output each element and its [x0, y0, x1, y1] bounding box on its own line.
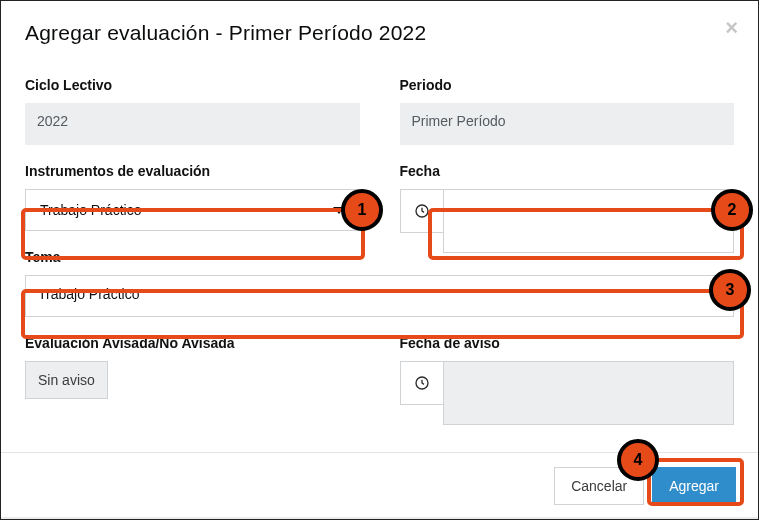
chevron-down-icon [333, 207, 345, 214]
add-button[interactable]: Agregar [652, 467, 736, 505]
instrumento-label: Instrumentos de evaluación [25, 163, 360, 179]
modal-title: Agregar evaluación - Primer Período 2022 [25, 21, 734, 45]
fecha-aviso-input-group [400, 361, 735, 403]
fecha-input[interactable] [443, 189, 735, 253]
avisada-toggle[interactable]: Sin aviso [25, 361, 108, 399]
fecha-input-group [400, 189, 735, 231]
add-evaluation-modal: Agregar evaluación - Primer Período 2022… [0, 0, 759, 520]
instrumento-value: Trabajo Práctico [40, 202, 141, 218]
instrumento-select[interactable]: Trabajo Práctico [25, 189, 360, 231]
cancel-button[interactable]: Cancelar [554, 467, 644, 505]
clock-icon [400, 361, 443, 405]
tema-input[interactable]: Trabajo Práctico [25, 275, 734, 317]
modal-body: Ciclo Lectivo 2022 Periodo Primer Períod… [1, 59, 758, 403]
fecha-aviso-label: Fecha de aviso [400, 335, 735, 351]
close-icon[interactable]: × [725, 17, 738, 39]
ciclo-field: 2022 [25, 103, 360, 145]
periodo-label: Periodo [400, 77, 735, 93]
fecha-label: Fecha [400, 163, 735, 179]
avisada-label: Evaluación Avisada/No Avisada [25, 335, 360, 351]
modal-footer: Cancelar Agregar [1, 452, 758, 519]
modal-header: Agregar evaluación - Primer Período 2022… [1, 1, 758, 59]
fecha-aviso-input [443, 361, 735, 425]
clock-icon[interactable] [400, 189, 443, 233]
ciclo-label: Ciclo Lectivo [25, 77, 360, 93]
periodo-field: Primer Período [400, 103, 735, 145]
